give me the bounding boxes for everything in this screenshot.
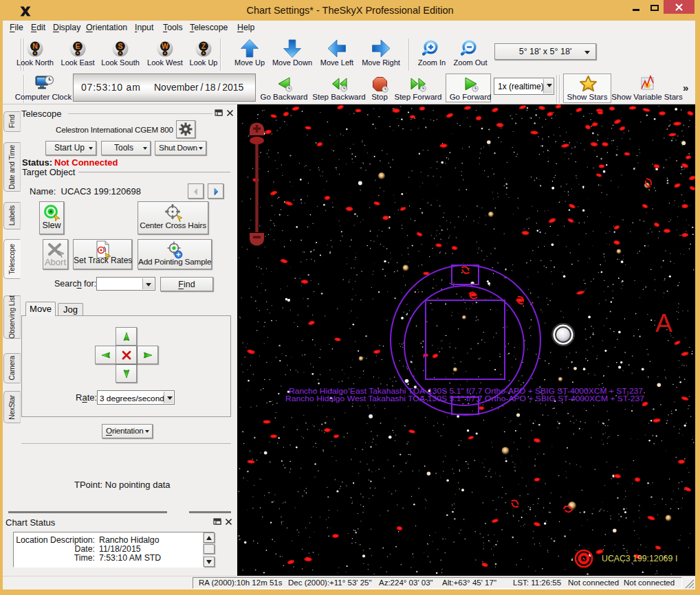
svg-text:I: I [675, 554, 677, 563]
svg-text:Z: Z [201, 42, 206, 50]
svg-text:UCAC3 199:12069: UCAC3 199:12069 [602, 554, 672, 563]
svg-text:Rancho Hidalgo East Takahashi: Rancho Hidalgo East Takahashi TOA-130S 5… [289, 388, 643, 395]
svg-text:S: S [118, 42, 122, 50]
svg-text:W: W [162, 42, 168, 50]
svg-text:E: E [75, 42, 80, 50]
svg-text:N: N [32, 42, 38, 50]
svg-text:A: A [655, 309, 672, 337]
svg-text:Rancho Hidalgo West Takahashi: Rancho Hidalgo West Takahashi TOA-130S 5… [285, 395, 644, 403]
